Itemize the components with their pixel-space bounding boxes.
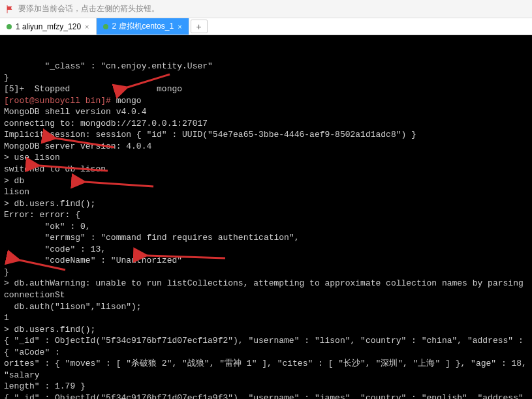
terminal-line: "errmsg" : "command find requires authen… bbox=[4, 232, 528, 244]
terminal-line: Implicit session: session { "id" : UUID(… bbox=[4, 129, 528, 141]
terminal-line: 1 bbox=[4, 312, 528, 324]
terminal-line: > db.authWarning: unable to run listColl… bbox=[4, 278, 528, 301]
terminal-line: > db.users.find(); bbox=[4, 324, 528, 336]
terminal-line: } bbox=[4, 267, 528, 278]
terminal-line: { "_id" : ObjectId("5f34c9176bf71d07ecf1… bbox=[4, 335, 528, 358]
terminal-line: lison bbox=[4, 186, 528, 198]
terminal-line: [5]+ Stopped mongo bbox=[4, 83, 528, 95]
hint-text: 要添加当前会话，点击左侧的箭头按钮。 bbox=[18, 3, 159, 14]
tab-label: 1 aliyun_mfzy_120 bbox=[16, 22, 81, 31]
terminal-line: > use lison bbox=[4, 152, 528, 164]
tab-bar: 1 aliyun_mfzy_120 × 2 虚拟机centos_1 × + bbox=[0, 18, 532, 35]
terminal-line: Error: error: { bbox=[4, 209, 528, 221]
terminal-line: } bbox=[4, 72, 528, 84]
tab-centos[interactable]: 2 虚拟机centos_1 × bbox=[97, 18, 189, 35]
terminal-line: length" : 1.79 } bbox=[4, 381, 528, 392]
terminal-line: "_class" : "cn.enjoy.entity.User" bbox=[4, 61, 528, 72]
terminal-line: > db bbox=[4, 175, 528, 187]
terminal-line: "code" : 13, bbox=[4, 244, 528, 256]
terminal-line: [root@sunboycll bin]# mongo bbox=[4, 95, 528, 107]
status-dot-icon bbox=[103, 24, 108, 29]
terminal-line: db.auth("lison","lison"); bbox=[4, 301, 528, 313]
add-tab-button[interactable]: + bbox=[191, 20, 208, 33]
hint-bar: 要添加当前会话，点击左侧的箭头按钮。 bbox=[0, 0, 532, 18]
close-icon[interactable]: × bbox=[178, 23, 181, 31]
terminal-line: orites" : { "moves" : [ "杀破狼 2", "战狼", "… bbox=[4, 358, 528, 381]
terminal-output[interactable]: "_class" : "cn.enjoy.entity.User"}[5]+ S… bbox=[0, 35, 532, 399]
terminal-line: MongoDB shell version v4.0.4 bbox=[4, 106, 528, 118]
terminal-line: connecting to: mongodb://127.0.0.1:27017 bbox=[4, 118, 528, 130]
terminal-line: > db.users.find(); bbox=[4, 198, 528, 210]
tab-label: 2 虚拟机centos_1 bbox=[112, 21, 174, 32]
close-icon[interactable]: × bbox=[85, 23, 89, 31]
flag-icon bbox=[5, 5, 14, 14]
terminal-line: "ok" : 0, bbox=[4, 221, 528, 233]
terminal-line: { "_id" : ObjectId("5f34c9176bf71d07ecf1… bbox=[4, 392, 528, 399]
status-dot-icon bbox=[7, 24, 12, 29]
terminal-line: switched to db lison bbox=[4, 164, 528, 175]
terminal-line: "codeName" : "Unauthorized" bbox=[4, 255, 528, 267]
terminal-line: MongoDB server version: 4.0.4 bbox=[4, 141, 528, 153]
tab-aliyun[interactable]: 1 aliyun_mfzy_120 × bbox=[0, 18, 97, 35]
